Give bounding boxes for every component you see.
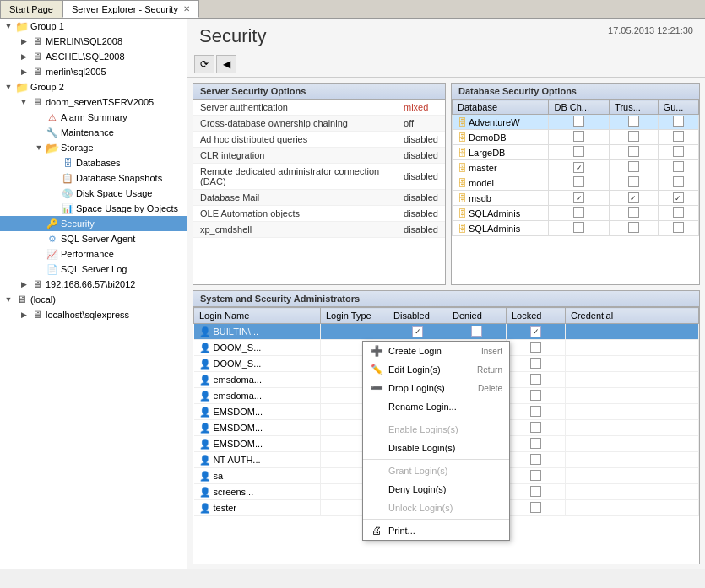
checkbox[interactable]: ✓	[412, 326, 423, 337]
checkbox[interactable]	[573, 146, 584, 157]
context-menu-item-rename[interactable]: Rename Login...	[363, 397, 509, 416]
ctx-shortcut: Delete	[478, 384, 502, 393]
col-login-name: Login Name	[194, 308, 321, 324]
locked-cell	[507, 356, 566, 372]
checkbox[interactable]	[628, 222, 639, 233]
perf-icon: 📈	[46, 247, 59, 261]
checkbox[interactable]	[471, 326, 482, 337]
checkbox[interactable]	[673, 176, 684, 187]
checkbox[interactable]: ✓	[573, 192, 584, 203]
tree-maintenance[interactable]: 🔧 Maintenance	[0, 125, 187, 140]
db-row[interactable]: 🗄DemoDB	[453, 130, 699, 145]
db-row[interactable]: 🗄master ✓	[453, 160, 699, 175]
checkbox[interactable]	[573, 222, 584, 233]
refresh-button[interactable]: ⟳	[194, 55, 214, 73]
sys-row[interactable]: 👤BUILTIN\... ✓ ✓	[194, 324, 699, 340]
db-row[interactable]: 🗄model	[453, 175, 699, 191]
checkbox[interactable]: ✓	[573, 162, 584, 173]
tree-group1[interactable]: ▼ 📁 Group 1	[0, 19, 187, 34]
checkbox[interactable]	[573, 131, 584, 142]
checkbox[interactable]	[573, 116, 584, 127]
checkbox[interactable]	[673, 146, 684, 157]
expand-icon: ▼	[32, 141, 46, 154]
checkbox[interactable]	[673, 131, 684, 142]
db-row[interactable]: 🗄msdb ✓ ✓ ✓	[453, 191, 699, 206]
checkbox[interactable]	[573, 176, 584, 187]
tree-databases[interactable]: 🗄 Databases	[0, 155, 187, 170]
db-row[interactable]: 🗄AdventureW	[453, 115, 699, 130]
checkbox[interactable]	[530, 486, 541, 497]
opt-value: off	[397, 116, 445, 132]
expand-icon	[32, 247, 46, 261]
db-row[interactable]: 🗄SQLAdminis	[453, 206, 699, 221]
ctx-item-label: Deny Login(s)	[388, 484, 446, 494]
bottom-section: System and Security Administrators Login…	[193, 290, 700, 564]
checkbox[interactable]: ✓	[530, 326, 541, 337]
tab-explorer[interactable]: Server Explorer - Security ✕	[62, 0, 199, 18]
tree-localhost-sqlexpress[interactable]: ▶ 🖥 localhost\sqlexpress	[0, 307, 187, 322]
context-menu-item-create[interactable]: ➕ Create Login Insert	[363, 342, 509, 360]
tab-start[interactable]: Start Page	[0, 0, 62, 18]
checkbox[interactable]	[530, 390, 541, 401]
tree-merlin-sql2008[interactable]: ▶ 🖥 MERLIN\SQL2008	[0, 34, 187, 49]
sys-admin-panel-content: Login Name Login Type Disabled Denied Lo…	[193, 307, 699, 564]
tree-performance[interactable]: 📈 Performance	[0, 246, 187, 262]
back-button[interactable]: ◀	[216, 55, 236, 73]
close-icon[interactable]: ✕	[183, 4, 190, 13]
server-security-panel: Server Security Options Server authentic…	[193, 83, 446, 285]
checkbox[interactable]	[530, 358, 541, 369]
tree-doom-server[interactable]: ▼ 🖥 doom_server\TSERV2005	[0, 94, 187, 110]
checkbox[interactable]	[628, 161, 639, 172]
checkbox[interactable]	[530, 502, 541, 513]
checkbox[interactable]	[628, 116, 639, 127]
tree-db-snapshots[interactable]: 📋 Database Snapshots	[0, 170, 187, 186]
db-row[interactable]: 🗄LargeDB	[453, 145, 699, 160]
context-menu-item-deny[interactable]: Deny Login(s)	[363, 480, 509, 499]
tree-aschel-sql2008[interactable]: ▶ 🖥 ASCHEL\SQL2008	[0, 49, 187, 64]
tree-disk-space[interactable]: 💿 Disk Space Usage	[0, 186, 187, 201]
datetime: 17.05.2013 12:21:30	[608, 25, 693, 35]
ctx-item-icon: ✏️	[370, 363, 383, 376]
checkbox[interactable]: ✓	[628, 192, 639, 203]
tree-group2[interactable]: ▼ 📁 Group 2	[0, 79, 187, 94]
context-menu-item-edit[interactable]: ✏️ Edit Login(s) Return	[363, 360, 509, 379]
checkbox[interactable]	[673, 116, 684, 127]
tree-192-server[interactable]: ▶ 🖥 192.168.66.57\bi2012	[0, 277, 187, 292]
checkbox[interactable]: ✓	[673, 192, 684, 203]
tree-security[interactable]: 🔑 Security	[0, 216, 187, 231]
checkbox[interactable]	[628, 207, 639, 218]
context-menu-item-drop[interactable]: ➖ Drop Login(s) Delete	[363, 379, 509, 397]
checkbox[interactable]	[530, 342, 541, 353]
tree-merlin-sql2005[interactable]: ▶ 🖥 merlin\sql2005	[0, 64, 187, 79]
disabled-cell: ✓	[388, 324, 447, 340]
tree-sql-log[interactable]: 📄 SQL Server Log	[0, 262, 187, 277]
checkbox[interactable]	[673, 207, 684, 218]
tree-alarm-summary[interactable]: ⚠ Alarm Summary	[0, 110, 187, 125]
tree-storage[interactable]: ▼ 📂 Storage	[0, 140, 187, 155]
tree-space-objects[interactable]: 📊 Space Usage by Objects	[0, 201, 187, 216]
checkbox[interactable]	[530, 406, 541, 417]
checkbox[interactable]	[673, 161, 684, 172]
checkbox[interactable]	[530, 470, 541, 481]
context-menu-item-disable[interactable]: Disable Login(s)	[363, 439, 509, 457]
checkbox[interactable]	[530, 454, 541, 465]
db-row[interactable]: 🗄SQLAdminis	[453, 221, 699, 236]
checkbox[interactable]	[628, 146, 639, 157]
opt-value: disabled	[397, 222, 445, 238]
checkbox[interactable]	[628, 131, 639, 142]
server-icon: 🖥	[30, 95, 44, 109]
tree-space-objects-label: Space Usage by Objects	[76, 203, 178, 213]
tree-local[interactable]: ▼ 🖥 (local)	[0, 292, 187, 307]
db-col-database: Database	[453, 100, 549, 115]
checkbox[interactable]	[530, 374, 541, 385]
col-disabled: Disabled	[388, 308, 447, 324]
checkbox[interactable]	[573, 207, 584, 218]
context-menu-item-print[interactable]: 🖨 Print...	[363, 521, 509, 540]
checkbox[interactable]	[673, 222, 684, 233]
checkbox[interactable]	[628, 176, 639, 187]
opt-value: disabled	[397, 132, 445, 148]
ctx-item-icon: ➕	[370, 344, 383, 358]
tree-sql-agent[interactable]: ⚙ SQL Server Agent	[0, 231, 187, 246]
checkbox[interactable]	[530, 422, 541, 433]
checkbox[interactable]	[530, 438, 541, 449]
